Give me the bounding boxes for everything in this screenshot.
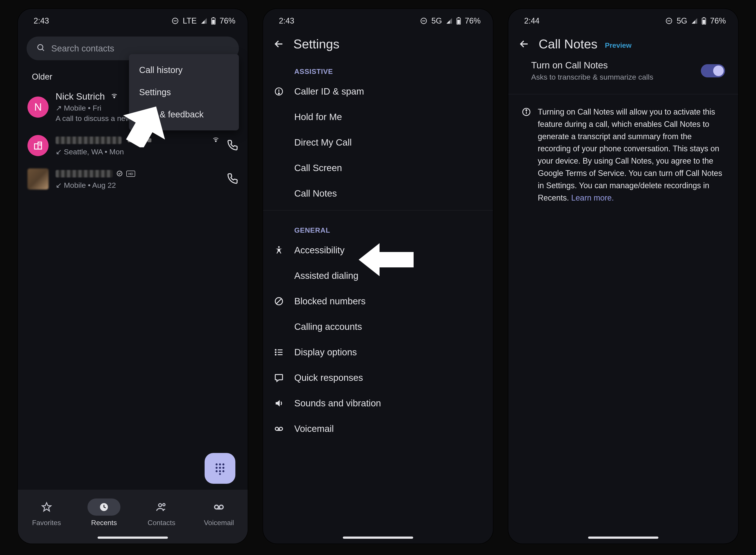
call-row[interactable]: ↙ Seattle, WA • Mon bbox=[18, 129, 248, 162]
svg-point-19 bbox=[223, 463, 224, 465]
back-button[interactable] bbox=[272, 37, 286, 51]
redacted-dots bbox=[128, 138, 151, 142]
contact-avatar bbox=[28, 135, 49, 156]
svg-point-18 bbox=[219, 463, 221, 465]
contact-avatar bbox=[28, 168, 49, 189]
call-direction-icon: ↙ bbox=[56, 147, 62, 156]
nav-voicemail[interactable]: Voicemail bbox=[202, 499, 235, 527]
status-time: 2:44 bbox=[524, 16, 539, 26]
setting-call-screen[interactable]: Call Screen bbox=[263, 155, 493, 181]
svg-line-46 bbox=[277, 299, 281, 304]
call-row[interactable]: HD ↙ Mobile • Aug 22 bbox=[18, 162, 248, 196]
svg-rect-11 bbox=[39, 145, 40, 145]
learn-more-link[interactable]: Learn more. bbox=[571, 193, 614, 202]
wifi-calling-icon bbox=[110, 91, 118, 101]
app-bar: Call Notes Preview bbox=[508, 28, 738, 56]
info-text: Turning on Call Notes will allow you to … bbox=[538, 107, 722, 202]
phone-recents-screen: 2:43 LTE 76% Search contacts Call histor… bbox=[18, 9, 248, 544]
list-icon bbox=[272, 347, 286, 357]
call-notes-toggle[interactable] bbox=[701, 64, 725, 77]
setting-voicemail[interactable]: Voicemail bbox=[263, 416, 493, 441]
setting-direct-my-call[interactable]: Direct My Call bbox=[263, 130, 493, 155]
setting-hold-for-me[interactable]: Hold for Me bbox=[263, 104, 493, 130]
call-meta: Mobile • Aug 22 bbox=[64, 181, 116, 189]
nav-favorites[interactable]: Favorites bbox=[30, 499, 63, 527]
page-title: Settings bbox=[293, 37, 339, 51]
svg-point-32 bbox=[219, 505, 223, 509]
status-network: 5G bbox=[431, 16, 442, 26]
verified-icon bbox=[116, 168, 123, 179]
accessibility-icon bbox=[272, 245, 286, 255]
back-button[interactable] bbox=[517, 37, 531, 51]
signal-icon bbox=[201, 17, 207, 24]
call-direction-icon: ↙ bbox=[56, 181, 62, 189]
setting-blocked-numbers[interactable]: Blocked numbers bbox=[263, 289, 493, 314]
svg-point-47 bbox=[275, 349, 276, 350]
page-title: Call Notes bbox=[539, 37, 598, 51]
chat-icon bbox=[272, 373, 286, 383]
svg-point-25 bbox=[223, 470, 224, 472]
svg-point-26 bbox=[219, 473, 221, 475]
call-meta: Seattle, WA • Mon bbox=[64, 147, 124, 156]
dnd-icon bbox=[420, 17, 427, 25]
status-network: 5G bbox=[677, 16, 687, 26]
battery-icon bbox=[702, 17, 706, 25]
gesture-bar bbox=[588, 537, 658, 539]
dialpad-fab[interactable] bbox=[204, 453, 235, 484]
svg-marker-27 bbox=[42, 503, 51, 511]
contact-name-redacted bbox=[56, 136, 122, 144]
setting-call-notes[interactable]: Call Notes bbox=[263, 181, 493, 206]
svg-point-49 bbox=[275, 352, 276, 353]
svg-point-42 bbox=[278, 93, 279, 94]
menu-item-call-history[interactable]: Call history bbox=[129, 59, 239, 81]
gesture-bar bbox=[98, 537, 168, 539]
svg-point-13 bbox=[216, 141, 217, 142]
svg-point-14 bbox=[117, 171, 122, 176]
nav-contacts[interactable]: Contacts bbox=[145, 499, 178, 527]
call-button[interactable] bbox=[227, 173, 238, 185]
call-button[interactable] bbox=[227, 139, 238, 152]
menu-item-help-feedback[interactable]: Help & feedback bbox=[129, 103, 239, 126]
svg-text:HD: HD bbox=[128, 172, 133, 176]
toggle-title: Turn on Call Notes bbox=[531, 60, 694, 71]
gesture-bar bbox=[343, 537, 413, 539]
status-battery: 76% bbox=[220, 16, 235, 26]
svg-point-22 bbox=[223, 467, 224, 469]
svg-rect-60 bbox=[703, 20, 705, 24]
contact-name: Nick Sutrich bbox=[56, 91, 105, 101]
svg-point-53 bbox=[275, 427, 279, 431]
phone-callnotes-screen: 2:44 5G 76% Call Notes Preview Turn on C… bbox=[508, 9, 738, 544]
wifi-calling-icon bbox=[212, 135, 220, 145]
signal-icon bbox=[446, 17, 453, 24]
setting-caller-id-spam[interactable]: Caller ID & spam bbox=[263, 79, 493, 104]
svg-point-29 bbox=[158, 504, 161, 507]
status-battery: 76% bbox=[465, 16, 481, 26]
setting-accessibility[interactable]: Accessibility bbox=[263, 238, 493, 263]
section-header-general: GENERAL bbox=[263, 214, 493, 238]
status-right: LTE 76% bbox=[172, 16, 235, 26]
svg-point-8 bbox=[113, 97, 115, 98]
battery-icon bbox=[211, 17, 216, 25]
status-network: LTE bbox=[183, 16, 197, 26]
nav-recents[interactable]: Recents bbox=[88, 499, 121, 527]
page-title-suffix: Preview bbox=[605, 41, 631, 49]
setting-assisted-dialing[interactable]: Assisted dialing bbox=[263, 263, 493, 289]
hd-badge-icon: HD bbox=[126, 168, 135, 179]
signal-icon bbox=[691, 17, 698, 24]
menu-item-settings[interactable]: Settings bbox=[129, 81, 239, 103]
bottom-nav: Favorites Recents Contacts Voicemail bbox=[18, 490, 248, 544]
svg-point-17 bbox=[216, 463, 218, 465]
setting-display-options[interactable]: Display options bbox=[263, 340, 493, 365]
contact-avatar: N bbox=[28, 96, 49, 118]
setting-calling-accounts[interactable]: Calling accounts bbox=[263, 314, 493, 340]
status-time: 2:43 bbox=[34, 16, 49, 26]
section-header-assistive: ASSISTIVE bbox=[263, 56, 493, 79]
status-battery: 76% bbox=[710, 16, 726, 26]
contact-name-redacted bbox=[56, 170, 113, 177]
setting-quick-responses[interactable]: Quick responses bbox=[263, 365, 493, 390]
overflow-menu: Call history Settings Help & feedback bbox=[129, 54, 239, 130]
svg-point-51 bbox=[275, 354, 276, 355]
setting-sounds-vibration[interactable]: Sounds and vibration bbox=[263, 390, 493, 416]
voicemail-icon bbox=[272, 424, 286, 434]
status-time: 2:43 bbox=[279, 16, 294, 26]
